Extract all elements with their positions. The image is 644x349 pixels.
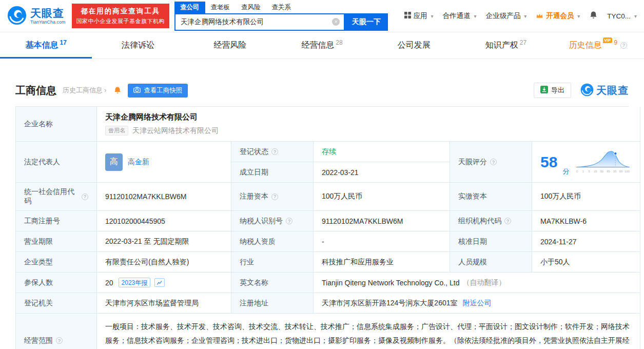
svg-text:95: 95 — [613, 170, 616, 173]
taxpayer-id-label: 纳税人识别号 — [240, 217, 283, 226]
field-label-credit-code: 统一社会信用代码 — [16, 183, 97, 211]
legal-rep-avatar[interactable]: 高 — [105, 153, 123, 171]
tab-operation-risk-label: 经营风险 — [213, 40, 246, 51]
reg-status-value: 存续 — [322, 147, 336, 157]
auto-translate-note: （自动翻译） — [462, 278, 505, 287]
business-info-section-header: 工商信息 历史工商信息 查看工商快照 导出 天眼查 — [15, 83, 629, 98]
field-value-staff-size: 小于50人 — [532, 252, 640, 273]
search-tab-risk[interactable]: 查风险 — [236, 2, 266, 13]
tab-intellectual-property[interactable]: 知识产权 27 — [460, 32, 552, 59]
insured-count: 20 — [105, 279, 113, 287]
score-value: 58 — [540, 154, 557, 170]
reg-capital-help-icon[interactable] — [271, 193, 278, 200]
nearby-companies-link[interactable]: 附近公司 — [463, 299, 492, 308]
score-help-icon[interactable] — [490, 159, 497, 165]
nav-apps[interactable]: 应用 — [404, 11, 434, 21]
apps-grid-icon — [404, 12, 411, 20]
business-snapshot-label: 查看工商快照 — [144, 86, 182, 95]
notification-bell[interactable] — [589, 11, 598, 21]
en-name: Tianjin Qiteng Network Technology Co., L… — [322, 279, 459, 287]
user-account-label: TYC0... — [607, 12, 631, 20]
scope-help-icon[interactable] — [56, 337, 63, 344]
promo-banner: 都在用的商业查询工具 国家中小企业发展子基金旗下机构 — [72, 4, 170, 28]
score-label: 天眼评分 — [458, 158, 487, 167]
user-account[interactable]: TYC0... — [607, 12, 637, 20]
tianyancha-watermark: 天眼查 — [580, 83, 629, 98]
field-label-reg-authority: 登记机关 — [16, 293, 97, 314]
credit-code-label: 统一社会信用代码 — [24, 187, 79, 206]
address-text: 天津市河东区新开路124号润东大厦2601室 — [322, 299, 458, 308]
field-label-en-name: 英文名称 — [231, 273, 314, 293]
export-button[interactable]: 导出 — [534, 83, 571, 98]
field-value-est-date: 2022-03-21 — [314, 162, 450, 183]
org-code-help-icon[interactable] — [504, 218, 511, 224]
tab-legal-proceedings[interactable]: 法律诉讼 — [92, 32, 184, 59]
search-tab-relation[interactable]: 查关系 — [266, 2, 297, 13]
nav-enterprise[interactable]: 企业级产品 — [486, 11, 527, 21]
logo-title: 天眼查 — [30, 8, 66, 18]
field-label-reg-number: 工商注册号 — [16, 211, 97, 231]
field-label-company-type: 企业类型 — [16, 252, 97, 273]
history-help-icon[interactable] — [620, 42, 627, 49]
search-box — [174, 13, 345, 31]
field-value-en-name: Tianjin Qiteng Network Technology Co., L… — [314, 273, 640, 293]
field-value-reg-number: 120102000445905 — [97, 211, 231, 231]
scope-label: 经营范围 — [24, 336, 53, 345]
taxpayer-id-help-icon[interactable] — [286, 218, 292, 224]
field-label-est-date: 成立日期 — [231, 162, 314, 183]
business-snapshot-button[interactable]: 查看工商快照 — [128, 84, 188, 98]
header-nav: 应用 合作通道 企业级产品 开通会员 TYC0... — [404, 11, 637, 21]
nav-partner[interactable]: 合作通道 — [443, 11, 477, 21]
score-unit: 分 — [562, 167, 569, 176]
camera-icon — [133, 86, 141, 95]
field-label-taxpayer-id: 纳税人识别号 — [231, 211, 314, 231]
credit-code-help-icon[interactable] — [82, 193, 88, 200]
promo-line2: 国家中小企业发展子基金旗下机构 — [76, 17, 165, 25]
search-tab-company[interactable]: 查公司 — [174, 2, 205, 13]
search-tab-boss[interactable]: 查老板 — [205, 2, 236, 13]
field-value-company-name: 天津企腾网络技术有限公司 曾用名 天津云站网络技术有限公司 — [97, 107, 640, 142]
field-label-reg-status: 登记状态 — [231, 142, 314, 162]
field-value-reg-authority: 天津市河东区市场监督管理局 — [97, 293, 231, 314]
svg-text:50: 50 — [600, 170, 603, 173]
promo-line1: 都在用的商业查询工具 — [76, 7, 165, 16]
field-label-address: 注册地址 — [231, 293, 314, 314]
nav-open-vip[interactable]: 开通会员 — [536, 11, 580, 21]
search-button[interactable]: 天眼一下 — [345, 13, 388, 31]
insured-trend-icon[interactable] — [154, 278, 165, 287]
subscribe-bell[interactable] — [113, 86, 122, 94]
reg-capital-label: 注册资本 — [240, 192, 268, 201]
watermark-logo-icon — [580, 83, 594, 98]
annual-report-badge[interactable]: 2023年报 — [119, 278, 151, 287]
tab-operation-info[interactable]: 经营信息 28 — [276, 32, 368, 59]
nav-enterprise-label: 企业级产品 — [486, 11, 521, 21]
svg-text:0: 0 — [576, 170, 578, 173]
field-label-paid-capital: 实缴资本 — [450, 183, 532, 211]
tab-operation-info-label: 经营信息 — [301, 40, 334, 51]
search-input[interactable] — [175, 18, 344, 26]
tab-basic-info[interactable]: 基本信息 17 — [0, 32, 92, 59]
tab-intellectual-property-label: 知识产权 — [485, 40, 518, 51]
field-label-scope: 经营范围 — [16, 314, 97, 349]
history-business-info-link[interactable]: 历史工商信息 — [63, 86, 106, 95]
clear-search-icon[interactable] — [332, 18, 340, 26]
tab-history-info[interactable]: 历史信息 VIP 9 — [552, 32, 644, 59]
watermark-text: 天眼查 — [596, 84, 629, 98]
legal-rep-link[interactable]: 高金新 — [128, 158, 149, 167]
nav-partner-label: 合作通道 — [443, 11, 471, 21]
reg-status-help-icon[interactable] — [271, 148, 278, 155]
export-excel-icon — [540, 86, 548, 95]
former-name: 天津云站网络技术有限公司 — [132, 126, 219, 135]
tab-company-development[interactable]: 公司发展 — [368, 32, 460, 59]
logo-subtitle: TianYanCha.com — [30, 20, 66, 25]
field-value-score: 58 分 0 1 5 15 50 85 95 99 100 — [532, 142, 640, 183]
nav-apps-label: 应用 — [414, 11, 427, 21]
search-area: 查公司 查老板 查风险 查关系 天眼一下 — [174, 2, 388, 31]
tianyancha-logo[interactable]: 天眼查 TianYanCha.com — [7, 6, 66, 27]
field-value-legal-rep: 高 高金新 — [97, 142, 231, 183]
tab-operation-risk[interactable]: 经营风险 — [184, 32, 276, 59]
field-label-industry: 行业 — [231, 252, 314, 273]
field-value-org-code: MA7KKLBW-6 — [532, 211, 640, 231]
tab-legal-proceedings-label: 法律诉讼 — [122, 40, 154, 51]
field-label-taxpayer-quality: 纳税人资质 — [231, 231, 314, 252]
